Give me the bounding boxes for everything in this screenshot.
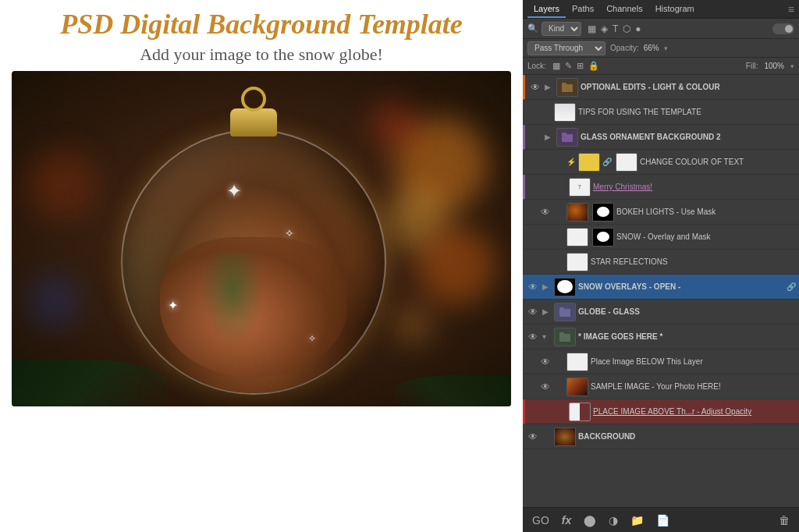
ps-tabs: Layers Paths Channels Histogram ≡ <box>523 0 799 19</box>
layer-row[interactable]: 👁 BACKGROUND <box>523 424 799 449</box>
opacity-value[interactable]: 66% <box>644 44 659 52</box>
layer-thumbnail <box>566 378 588 396</box>
layer-row[interactable]: 👁 SAMPLE IMAGE - Your Photo HERE! <box>523 374 799 399</box>
sparkle-2: ✧ <box>285 227 294 239</box>
adjustment-button[interactable]: ◑ <box>605 512 621 528</box>
layer-thumbnail <box>566 228 588 246</box>
layer-mask-thumbnail <box>616 153 637 172</box>
delete-layer-button[interactable]: 🗑 <box>776 512 793 528</box>
right-panel: Layers Paths Channels Histogram ≡ 🔍 Kind… <box>523 0 799 532</box>
new-layer-button[interactable]: 📄 <box>653 512 673 528</box>
layer-visibility-icon[interactable]: 👁 <box>528 80 542 94</box>
svg-rect-3 <box>562 133 566 136</box>
layer-mask-thumbnail <box>592 228 614 246</box>
lock-label: Lock: <box>527 62 546 70</box>
layer-name: STAR REFLECTIONS <box>591 257 796 266</box>
layer-row[interactable]: 👁 ▶ GLOBE - GLASS <box>523 300 799 325</box>
layer-name: Merry Christmas! <box>593 183 796 191</box>
lock-all-icon[interactable]: 🔒 <box>588 61 599 71</box>
fill-value[interactable]: 100% <box>764 62 784 70</box>
layer-name: CHANGE COLOUR OF TEXT <box>640 158 796 166</box>
sparkle-1: ✦ <box>226 180 242 202</box>
tabs-menu-icon[interactable]: ≡ <box>788 3 794 16</box>
add-mask-button[interactable]: ⬤ <box>581 512 599 528</box>
filter-pixel-icon[interactable]: ▦ <box>588 23 596 34</box>
chain-icon: 🔗 <box>602 158 612 166</box>
tab-paths[interactable]: Paths <box>566 1 600 18</box>
layer-expand-icon[interactable]: ▶ <box>542 282 552 291</box>
layer-visibility-icon[interactable] <box>538 230 552 244</box>
layer-name: TIPS FOR USING THE TEMPLATE <box>578 108 796 116</box>
layer-row[interactable]: STAR REFLECTIONS <box>523 250 799 275</box>
svg-rect-1 <box>562 83 566 86</box>
layer-thumbnail <box>554 278 576 296</box>
layer-expand-icon[interactable]: ▶ <box>545 83 554 91</box>
layer-thumbnail <box>566 253 588 271</box>
layer-row[interactable]: SNOW - Overlay and Mask <box>523 225 799 250</box>
link-layers-button[interactable]: GO <box>529 512 552 528</box>
filter-toggle[interactable] <box>772 23 794 34</box>
main-image: ✦ ✧ ✦ ✧ <box>12 71 511 406</box>
layer-thumbnail <box>554 303 576 321</box>
pine-branch <box>12 360 168 406</box>
layer-row[interactable]: 👁 ▶ OPTIONAL EDITS - LIGHT & COLOUR <box>523 75 799 100</box>
layer-mask-thumbnail <box>592 203 614 222</box>
fx-button[interactable]: fx <box>559 512 574 528</box>
filter-type-icon[interactable]: T <box>613 23 618 34</box>
layer-visibility-icon[interactable]: 👁 <box>526 305 540 319</box>
globe-container <box>74 87 433 399</box>
tab-channels[interactable]: Channels <box>600 1 648 18</box>
layer-visibility-icon[interactable] <box>538 155 552 169</box>
layer-row[interactable]: 👁 ▾ * IMAGE GOES HERE * <box>523 325 799 349</box>
layer-row[interactable]: TIPS FOR USING THE TEMPLATE <box>523 100 799 125</box>
layer-row[interactable]: ⚡ 🔗 CHANGE COLOUR OF TEXT <box>523 150 799 175</box>
lock-artboard-icon[interactable]: ⊞ <box>577 61 584 71</box>
lock-position-icon[interactable]: ✎ <box>565 61 572 71</box>
layer-visibility-icon[interactable]: 👁 <box>526 430 540 444</box>
lock-pixels-icon[interactable]: ▦ <box>552 61 560 71</box>
tab-histogram[interactable]: Histogram <box>649 1 701 18</box>
filter-adjust-icon[interactable]: ◈ <box>601 23 608 34</box>
search-icon: 🔍 <box>527 23 538 34</box>
kind-select[interactable]: Kind <box>542 22 581 36</box>
layer-row[interactable]: 👁 BOKEH LIGHTS - Use Mask <box>523 200 799 225</box>
tab-layers[interactable]: Layers <box>527 1 566 18</box>
layer-expand-icon[interactable]: ▶ <box>545 133 554 141</box>
layer-name: PLACE IMAGE ABOVE Th...r - Adjust Opacit… <box>593 407 796 416</box>
layer-row[interactable]: 👁 Place Image BELOW This Layer <box>523 349 799 374</box>
globe-cap <box>230 108 277 137</box>
layer-expand-icon[interactable]: ▶ <box>542 307 552 316</box>
layer-visibility-icon[interactable] <box>528 130 542 144</box>
layer-visibility-icon[interactable]: 👁 <box>538 380 552 394</box>
sparkle-3: ✦ <box>168 298 178 313</box>
layer-name: Place Image BELOW This Layer <box>591 357 796 366</box>
blend-mode-select[interactable]: Pass Through <box>527 41 605 55</box>
header-area: PSD Digital Background Template Add your… <box>60 8 463 65</box>
layer-visibility-icon[interactable] <box>526 105 540 119</box>
bottom-bar: GO fx ⬤ ◑ 📁 📄 🗑 <box>523 507 799 532</box>
group-button[interactable]: 📁 <box>627 512 647 528</box>
layer-name: BOKEH LIGHTS - Use Mask <box>616 207 796 216</box>
layer-visibility-icon[interactable]: 👁 <box>526 280 540 294</box>
lock-icons: ▦ ✎ ⊞ 🔒 <box>552 61 599 71</box>
layer-name: OPTIONAL EDITS - LIGHT & COLOUR <box>581 83 796 91</box>
layer-visibility-icon[interactable] <box>538 255 552 269</box>
layers-panel: 👁 ▶ OPTIONAL EDITS - LIGHT & COLOUR TIPS… <box>523 75 799 507</box>
layer-name: * IMAGE GOES HERE * <box>578 332 796 341</box>
main-title: PSD Digital Background Template <box>60 8 463 41</box>
layer-visibility-icon[interactable] <box>541 180 555 194</box>
layer-row[interactable]: ▶ GLASS ORNAMENT BACKGROUND 2 <box>523 125 799 150</box>
layer-visibility-icon[interactable]: 👁 <box>538 355 552 369</box>
filter-smart-icon[interactable]: ● <box>635 23 641 34</box>
layer-row[interactable]: T Merry Christmas! <box>523 175 799 200</box>
layer-row[interactable]: 👁 ▶ SNOW OVERLAYS - OPEN - 🔗 <box>523 275 799 300</box>
layer-row[interactable]: PLACE IMAGE ABOVE Th...r - Adjust Opacit… <box>523 399 799 424</box>
lock-row: Lock: ▦ ✎ ⊞ 🔒 Fill: 100% ▾ <box>523 58 799 75</box>
layer-expand-icon[interactable]: ▾ <box>542 332 552 341</box>
layer-name: SNOW - Overlay and Mask <box>616 232 796 241</box>
layer-visibility-icon[interactable] <box>541 405 555 419</box>
filter-shape-icon[interactable]: ⬡ <box>623 23 630 34</box>
layer-visibility-icon[interactable]: 👁 <box>538 205 552 219</box>
layer-visibility-icon[interactable]: 👁 <box>526 330 540 344</box>
search-row: 🔍 Kind ▦ ◈ T ⬡ ● <box>523 19 799 39</box>
